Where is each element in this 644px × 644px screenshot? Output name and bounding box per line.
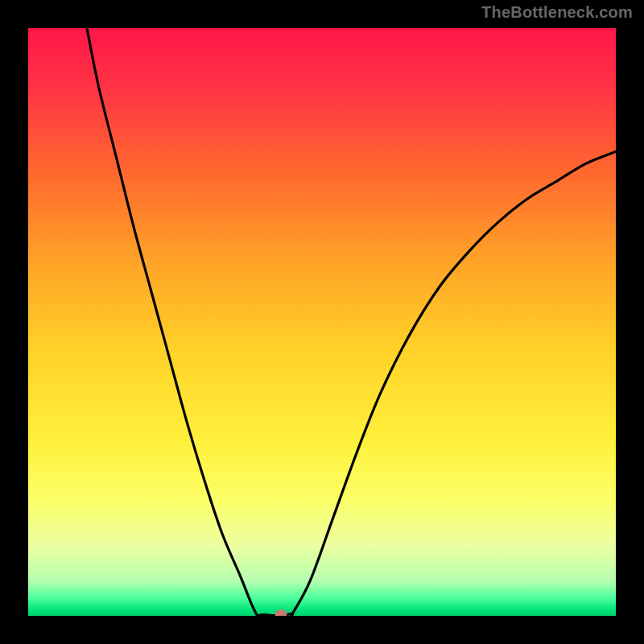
watermark-text: TheBottleneck.com: [481, 3, 633, 22]
bottleneck-curve: [87, 28, 616, 616]
curve-svg: [28, 28, 616, 616]
chart-container: TheBottleneck.com: [0, 0, 644, 644]
min-point-marker: [275, 609, 287, 616]
plot-area: [28, 28, 616, 616]
